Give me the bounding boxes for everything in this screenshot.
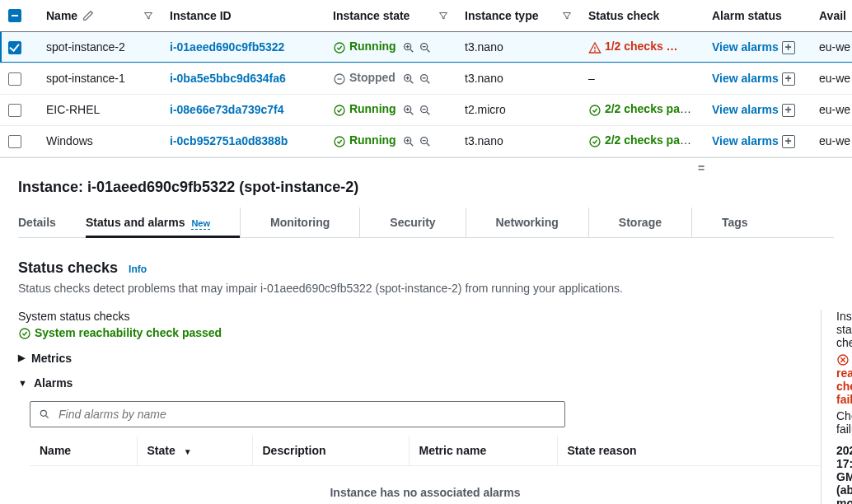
alarm-col-description[interactable]: Description [252,436,409,466]
alarm-search[interactable] [30,401,565,427]
table-row[interactable]: spot-instance-2i-01aeed690c9fb5322 Runni… [0,31,852,63]
view-alarms-link[interactable]: View alarms [712,40,779,54]
col-instance-type[interactable]: Instance type [456,0,580,31]
svg-point-10 [590,105,600,115]
sort-desc-icon: ▼ [184,447,192,456]
caret-down-icon: ▼ [18,378,27,388]
alarms-label: Alarms [34,376,73,390]
svg-point-7 [335,105,344,115]
search-icon [39,408,50,420]
col-instance-state[interactable]: Instance state [325,0,456,31]
zoom-in-icon[interactable] [402,72,415,86]
svg-point-11 [335,137,344,147]
filter-icon[interactable] [562,11,572,21]
new-badge: New [191,218,210,230]
alarm-search-input[interactable] [57,407,556,422]
panel-tabs: Details Status and alarms New Monitoring… [18,208,834,238]
detail-panel: Instance: i-01aeed690c9fb5322 (spot-inst… [0,170,852,505]
zoom-out-icon[interactable] [419,135,432,148]
row-checkbox[interactable] [8,72,21,86]
instance-id-link[interactable]: i-08e66e73da739c7f4 [170,103,284,116]
instances-table: Name Instance ID Instance state Instanc [0,0,852,157]
svg-point-0 [335,43,344,53]
table-row[interactable]: EIC-RHELi-08e66e73da739c7f4 Running t2.m… [0,94,852,125]
alarm-col-reason[interactable]: State reason [557,436,821,466]
col-name[interactable]: Name [38,0,162,31]
instance-id-link[interactable]: i-0ba5e5bbc9d634fa6 [170,72,286,85]
select-all-header[interactable] [0,0,38,31]
check-circle-icon [333,104,346,117]
status-checks-desc: Status checks detect problems that may i… [18,282,834,295]
zoom-out-icon[interactable] [419,72,432,86]
system-status-heading: System status checks [18,310,821,323]
alarm-col-metric[interactable]: Metric name [409,436,557,466]
view-alarms-link[interactable]: View alarms [712,72,779,85]
zoom-in-icon[interactable] [402,41,415,54]
add-alarm-button[interactable]: + [782,41,795,54]
instance-type-value: t3.nano [456,31,580,63]
col-status-check[interactable]: Status check [580,0,704,31]
instance-type-value: t3.nano [456,63,580,94]
metrics-label: Metrics [31,352,72,365]
check-circle-icon [18,327,31,340]
row-checkbox[interactable] [8,41,21,54]
tab-status-alarms[interactable]: Status and alarms New [86,208,241,237]
metrics-toggle[interactable]: ▶ Metrics [18,352,821,365]
col-alarm-status[interactable]: Alarm status [704,0,811,31]
col-alarm-label: Alarm status [712,9,782,22]
add-alarm-button[interactable]: + [782,72,795,86]
panel-splitter[interactable]: = [0,157,852,170]
tab-details[interactable]: Details [18,208,56,237]
add-alarm-button[interactable]: + [782,135,795,148]
instance-id-link[interactable]: i-01aeed690c9fb5322 [170,40,284,54]
tab-tags[interactable]: Tags [722,208,748,237]
zoom-in-icon[interactable] [402,104,415,117]
state-value: Stopped [333,71,396,84]
filter-icon[interactable] [438,11,448,21]
view-alarms-link[interactable]: View alarms [712,103,779,116]
state-value: Running [333,40,396,53]
status-check-value: – [588,72,595,85]
svg-point-14 [590,137,600,147]
tab-monitoring[interactable]: Monitoring [270,208,360,237]
status-checks-title: Status checks [18,259,118,276]
zoom-in-icon[interactable] [402,135,415,148]
alarm-col-state[interactable]: State ▼ [137,436,252,466]
instance-id-link[interactable]: i-0cb952751a0d8388b [170,134,288,147]
availability-zone: eu-we [811,94,852,125]
status-check-value: 2/2 checks passed [588,102,704,115]
col-sc-label: Status check [588,9,659,22]
instance-status-heading: Instance status checks [836,310,852,349]
tab-status-label: Status and alarms [86,216,185,229]
view-alarms-link[interactable]: View alarms [712,134,779,147]
drag-handle-icon[interactable]: = [698,161,706,175]
instance-type-value: t2.micro [456,94,580,125]
select-all-checkbox[interactable] [8,9,21,22]
edit-icon[interactable] [82,10,94,21]
col-availability[interactable]: Avail [811,0,852,31]
col-instance-id[interactable]: Instance ID [162,0,325,31]
col-type-label: Instance type [465,9,538,22]
tab-security[interactable]: Security [390,208,466,237]
tab-networking[interactable]: Networking [496,208,589,237]
system-status-text: System reachability check passed [35,326,222,339]
state-value: Running [333,102,396,115]
row-checkbox[interactable] [8,104,21,117]
filter-icon[interactable] [143,11,153,21]
row-checkbox[interactable] [8,135,21,148]
alarms-toggle[interactable]: ▼ Alarms [18,376,821,390]
zoom-out-icon[interactable] [419,41,432,54]
stop-circle-icon [333,72,346,86]
alarms-table: Name State ▼ Description Metric name Sta… [30,436,821,504]
check-circle-icon [333,135,346,148]
table-row[interactable]: Windowsi-0cb952751a0d8388b Running t3.na… [0,125,852,156]
state-value: Running [333,133,396,147]
alarm-col-name[interactable]: Name [30,436,137,466]
add-alarm-button[interactable]: + [782,104,795,117]
info-link[interactable]: Info [129,264,147,275]
tab-storage[interactable]: Storage [619,208,692,237]
error-circle-icon [836,353,850,366]
zoom-out-icon[interactable] [419,104,432,117]
table-row[interactable]: spot-instance-1i-0ba5e5bbc9d634fa6 Stopp… [0,63,852,94]
col-id-label: Instance ID [170,9,232,22]
